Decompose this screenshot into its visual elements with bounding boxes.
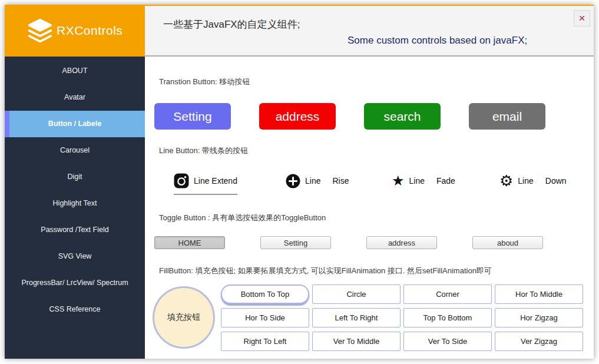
fill-button-grid: Bottom To Top Circle Corner Hor To Middl… bbox=[221, 284, 583, 351]
fill-button-ver-to-side[interactable]: Ver To Side bbox=[403, 332, 492, 351]
toggle-button-row: HOME Setting address aboud bbox=[154, 236, 543, 249]
line-button-label: Line bbox=[409, 176, 425, 186]
transition-button-address[interactable]: address bbox=[259, 103, 336, 130]
transition-button-row: Setting address search email bbox=[154, 103, 545, 130]
main-content: Transtion Button: 移动按钮 Setting address s… bbox=[145, 57, 594, 359]
line-button-label: Line bbox=[305, 176, 320, 186]
line-button-label2: Down bbox=[545, 176, 567, 186]
transition-button-setting[interactable]: Setting bbox=[154, 103, 231, 130]
fill-button-top-to-bottom[interactable]: Top To Bottom bbox=[403, 308, 492, 327]
sidebar-item-about[interactable]: ABOUT bbox=[5, 58, 145, 84]
transition-section-label: Transtion Button: 移动按钮 bbox=[159, 77, 250, 87]
line-button-label: Line Extend bbox=[194, 176, 237, 186]
layers-icon bbox=[27, 18, 53, 44]
sidebar-item-carousel[interactable]: Carousel bbox=[5, 137, 145, 164]
fill-button-corner[interactable]: Corner bbox=[403, 284, 492, 304]
transition-button-email[interactable]: email bbox=[469, 103, 545, 130]
plus-circle-icon bbox=[286, 174, 300, 188]
line-button-fade[interactable]: ★ Line Fade bbox=[392, 173, 455, 188]
fill-button-ver-zigzag[interactable]: Ver Zigzag bbox=[495, 332, 583, 351]
transition-button-search[interactable]: search bbox=[364, 103, 441, 130]
toggle-button-setting[interactable]: Setting bbox=[260, 236, 331, 249]
line-button-label2: Fade bbox=[436, 176, 455, 186]
toggle-section-label: Toggle Button : 具有单选按钮效果的ToggleButton bbox=[159, 213, 326, 223]
sidebar-item-button-labele[interactable]: Button / Labele bbox=[5, 111, 145, 137]
fill-button-hor-to-middle[interactable]: Hor To Middle bbox=[495, 284, 583, 304]
fill-section-label: FillButton: 填充色按钮; 如果要拓展填充方式, 可以实现FillAn… bbox=[159, 266, 492, 276]
sidebar-item-highlight-text[interactable]: Highlight Text bbox=[5, 190, 145, 217]
header-bar: 一些基于JavaFX的自定义组件; Some custom controls b… bbox=[145, 5, 594, 57]
star-icon: ★ bbox=[392, 174, 405, 188]
toggle-button-address[interactable]: address bbox=[366, 236, 437, 249]
fill-button-hor-to-side[interactable]: Hor To Side bbox=[221, 308, 309, 327]
close-icon: × bbox=[578, 12, 585, 24]
fill-button-right-to-left[interactable]: Right To Left bbox=[221, 332, 309, 351]
sidebar: RXControls ABOUT Avatar Button / Labele … bbox=[5, 5, 145, 359]
toggle-button-aboud[interactable]: aboud bbox=[472, 236, 543, 249]
fill-button-left-to-right[interactable]: Left To Right bbox=[312, 308, 401, 327]
line-section-label: Line Button: 带线条的按钮 bbox=[159, 145, 248, 156]
line-button-extend[interactable]: Line Extend bbox=[174, 173, 237, 195]
sidebar-item-label: Button / Labele bbox=[48, 120, 101, 128]
fill-button-hor-zigzag[interactable]: Hor Zigzag bbox=[495, 308, 583, 327]
sidebar-item-password-textfield[interactable]: Password /Text Field bbox=[5, 217, 145, 243]
camera-icon bbox=[174, 173, 189, 188]
fill-button-ver-to-middle[interactable]: Ver To Middle bbox=[312, 332, 401, 351]
gear-icon: ⚙ bbox=[499, 174, 513, 188]
sidebar-item-svg-view[interactable]: SVG View bbox=[5, 243, 145, 270]
close-button[interactable]: × bbox=[574, 10, 590, 27]
toggle-button-home[interactable]: HOME bbox=[154, 236, 225, 249]
sidebar-item-digit[interactable]: Digit bbox=[5, 164, 145, 190]
line-button-down[interactable]: ⚙ Line Down bbox=[499, 173, 567, 188]
page-subtitle-en: Some custom controls based on javaFX; bbox=[348, 35, 527, 47]
line-button-rise[interactable]: Line Rise bbox=[286, 173, 349, 188]
sidebar-item-css-reference[interactable]: CSS Reference bbox=[5, 296, 145, 323]
sidebar-nav: ABOUT Avatar Button / Labele Carousel Di… bbox=[5, 58, 145, 323]
fill-button-bottom-to-top[interactable]: Bottom To Top bbox=[221, 284, 309, 304]
sidebar-item-progressbar-lrcview-spectrum[interactable]: ProgressBar/ LrcView/ Spectrum bbox=[5, 270, 145, 296]
line-button-label: Line bbox=[518, 176, 533, 186]
page-title-cn: 一些基于JavaFX的自定义组件; bbox=[163, 18, 300, 31]
line-button-label2: Rise bbox=[332, 176, 349, 186]
app-title: RXControls bbox=[57, 24, 123, 38]
app-logo: RXControls bbox=[5, 5, 145, 57]
sidebar-item-avatar[interactable]: Avatar bbox=[5, 84, 145, 111]
fill-button-circle[interactable]: Circle bbox=[312, 284, 401, 304]
app-window: RXControls ABOUT Avatar Button / Labele … bbox=[5, 5, 594, 359]
selected-accent-bar bbox=[5, 111, 9, 137]
fill-circle-button[interactable]: 填充按钮 bbox=[153, 286, 215, 349]
